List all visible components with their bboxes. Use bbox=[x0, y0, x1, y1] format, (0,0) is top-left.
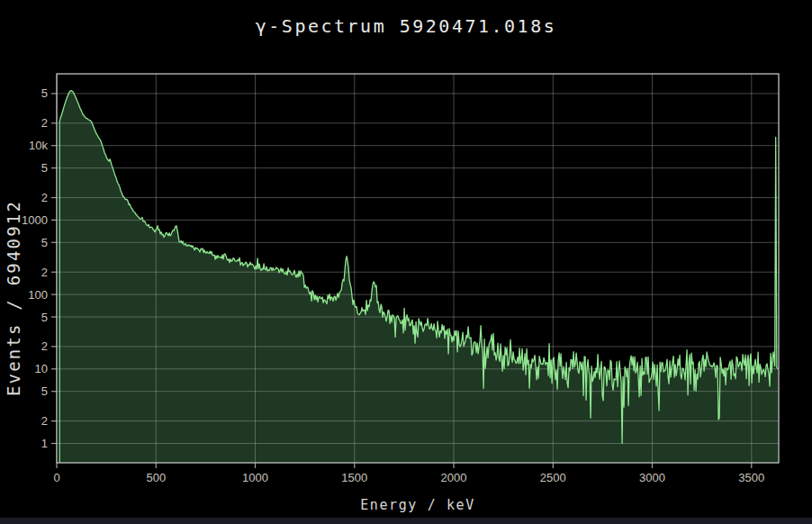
spectrum-plot-area[interactable]: 12510251002510002510k2505001000150020002… bbox=[0, 0, 812, 524]
y-tick-label: 5 bbox=[41, 236, 48, 249]
y-axis-label: Events / 6940912 bbox=[4, 200, 23, 396]
x-tick-label: 0 bbox=[53, 471, 59, 484]
y-tick-label: 5 bbox=[41, 161, 48, 175]
y-tick-label: 2 bbox=[41, 116, 48, 130]
spectrum-area-fill bbox=[59, 91, 778, 463]
x-tick-label: 3000 bbox=[639, 471, 665, 484]
y-tick-label: 2 bbox=[41, 339, 48, 353]
x-tick-label: 500 bbox=[146, 471, 166, 484]
bottom-bar bbox=[0, 518, 812, 524]
x-tick-label: 3500 bbox=[738, 471, 764, 484]
y-tick-label: 5 bbox=[41, 384, 48, 398]
y-tick-label: 2 bbox=[41, 191, 48, 204]
y-tick-label: 5 bbox=[41, 311, 48, 324]
y-tick-label: 1000 bbox=[22, 213, 48, 227]
y-tick-label: 1 bbox=[41, 437, 48, 450]
y-tick-label: 2 bbox=[41, 414, 48, 428]
x-tick-label: 2500 bbox=[540, 471, 566, 484]
x-tick-label: 1000 bbox=[242, 471, 268, 484]
x-tick-label: 2000 bbox=[441, 471, 467, 484]
y-tick-label: 5 bbox=[41, 86, 48, 100]
x-tick-label: 1500 bbox=[341, 471, 367, 484]
y-tick-label: 10 bbox=[35, 362, 48, 375]
y-tick-label: 100 bbox=[28, 288, 48, 302]
x-axis-label: Energy / keV bbox=[360, 497, 475, 513]
y-tick-label: 10k bbox=[29, 139, 48, 152]
y-tick-label: 2 bbox=[41, 266, 48, 279]
